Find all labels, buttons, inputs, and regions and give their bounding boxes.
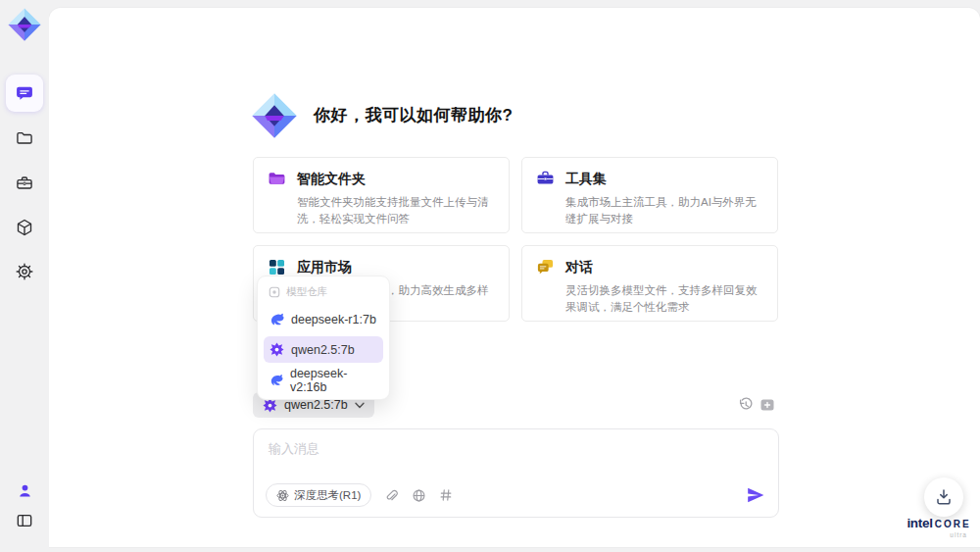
atom-icon	[276, 489, 289, 502]
prompts-button[interactable]	[438, 487, 454, 503]
sidebar-item-toolbox[interactable]	[6, 165, 43, 202]
sidebar-item-models[interactable]	[6, 209, 43, 246]
new-chat-icon	[760, 397, 775, 413]
card-toolset[interactable]: 工具集 集成市场上主流工具，助力AI与外界无缝扩展与对接	[521, 157, 778, 233]
gem-logo-icon	[6, 6, 43, 43]
intel-core-logo: intelCORE ultra	[906, 515, 971, 539]
download-fab[interactable]	[924, 477, 963, 517]
sidebar-item-settings[interactable]	[6, 253, 43, 290]
card-title: 对话	[565, 259, 593, 276]
user-icon	[16, 481, 34, 500]
grid-icon	[439, 488, 453, 502]
paperclip-icon	[384, 488, 398, 502]
model-option-qwen[interactable]: qwen2.5:7b	[264, 336, 383, 363]
toolbox-icon	[536, 170, 555, 188]
model-dropdown-header: 模型仓库	[264, 282, 383, 306]
app-logo	[6, 6, 43, 43]
panel-icon	[15, 511, 34, 530]
repository-icon	[269, 286, 280, 298]
history-icon	[738, 397, 754, 413]
web-search-button[interactable]	[411, 487, 426, 503]
model-selector-value: qwen2.5:7b	[284, 398, 348, 412]
card-desc: 集成市场上主流工具，助力AI与外界无缝扩展与对接	[565, 194, 763, 228]
app-window: { "colors": { "accent_purple": "#6a4af5"…	[0, 0, 980, 552]
model-option-label: deepseek-r1:7b	[291, 313, 376, 326]
cube-icon	[15, 218, 34, 237]
chat-bubble-icon	[15, 83, 34, 103]
sidebar-item-chat[interactable]	[6, 75, 43, 112]
app-market-icon	[268, 258, 286, 276]
folder-icon	[15, 128, 34, 148]
model-option-label: deepseek-v2:16b	[290, 367, 377, 394]
new-chat-button[interactable]	[759, 396, 776, 414]
deepseek-whale-icon	[270, 373, 283, 387]
qwen-icon	[270, 342, 284, 357]
dialog-icon	[536, 258, 555, 276]
download-icon	[934, 487, 954, 507]
hero-gem-logo-icon	[249, 90, 300, 141]
globe-icon	[412, 488, 426, 503]
greeting-title: 你好，我可以如何帮助你?	[314, 104, 513, 126]
send-button[interactable]	[745, 484, 766, 506]
ultra-badge: ultra	[906, 532, 971, 539]
intel-wordmark: intel	[906, 516, 932, 530]
sidebar	[0, 0, 49, 552]
card-title: 智能文件夹	[297, 171, 366, 188]
chat-input[interactable]	[267, 438, 760, 483]
sidebar-item-collapse[interactable]	[6, 502, 43, 539]
core-wordmark: CORE	[935, 519, 971, 529]
briefcase-icon	[15, 174, 34, 193]
model-dropdown-header-label: 模型仓库	[286, 285, 327, 299]
card-desc: 灵活切换多模型文件，支持多样回复效果调试，满足个性化需求	[565, 282, 763, 317]
card-desc: 智能文件夹功能支持批量文件上传与清洗，轻松实现文件问答	[297, 194, 495, 228]
chevron-down-icon	[355, 402, 365, 409]
deep-think-toggle[interactable]: 深度思考(R1)	[266, 483, 371, 507]
gear-icon	[15, 262, 34, 281]
deep-think-label: 深度思考(R1)	[294, 488, 361, 503]
deepseek-whale-icon	[270, 312, 284, 326]
card-title: 工具集	[565, 171, 607, 188]
card-dialog[interactable]: 对话 灵活切换多模型文件，支持多样回复效果调试，满足个性化需求	[521, 245, 778, 322]
chat-input-box: 深度思考(R1)	[253, 428, 779, 518]
chat-input-toolbar: 深度思考(R1)	[266, 483, 766, 507]
history-button[interactable]	[737, 396, 755, 414]
model-dropdown: 模型仓库 deepseek-r1:7b qwen2.5:7b deepseek-…	[257, 276, 390, 400]
smart-folder-icon	[268, 170, 286, 188]
card-smart-folder[interactable]: 智能文件夹 智能文件夹功能支持批量文件上传与清洗，轻松实现文件问答	[253, 157, 510, 233]
card-title: 应用市场	[297, 259, 352, 276]
model-option-deepseek-r1[interactable]: deepseek-r1:7b	[264, 306, 383, 332]
send-icon	[746, 485, 765, 505]
model-option-label: qwen2.5:7b	[291, 343, 355, 357]
sidebar-item-folders[interactable]	[6, 120, 43, 157]
attach-button[interactable]	[383, 487, 399, 503]
model-option-deepseek-v2[interactable]: deepseek-v2:16b	[264, 367, 383, 393]
